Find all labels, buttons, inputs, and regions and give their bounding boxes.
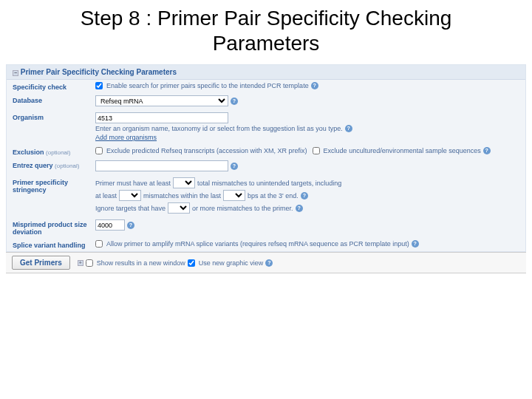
help-icon[interactable]: ? [345, 125, 352, 132]
help-icon[interactable]: ? [265, 259, 273, 267]
label-specificity: Specificity check [13, 82, 95, 91]
help-icon[interactable]: ? [296, 205, 303, 212]
mismatches-select[interactable]: 2 [119, 190, 141, 201]
stringency-text: total mismatches to unintended targets, … [197, 180, 341, 187]
new-window-text: Show results in a new window [97, 259, 185, 267]
exclude-xm-text: Exclude predicted Refseq transcripts (ac… [106, 147, 307, 154]
label-organism: Organism [13, 112, 95, 121]
graphic-view-text: Use new graphic view [199, 259, 264, 267]
help-icon[interactable]: ? [483, 147, 491, 154]
help-icon[interactable]: ? [412, 240, 419, 248]
graphic-view-checkbox[interactable] [188, 259, 195, 267]
label-database: Database [13, 95, 95, 104]
splice-variant-text: Allow primer to amplify mRNA splice vari… [106, 240, 409, 248]
exclude-xm-checkbox[interactable] [95, 147, 103, 154]
splice-variant-checkbox[interactable] [95, 240, 103, 248]
help-icon[interactable]: ? [231, 163, 238, 170]
stringency-text: mismatches within the last [143, 192, 221, 200]
organism-input[interactable] [95, 112, 228, 123]
exclude-env-checkbox[interactable] [313, 147, 320, 154]
total-mismatches-select[interactable]: 2 [173, 177, 195, 188]
bps-select[interactable]: 5 [223, 190, 245, 201]
stringency-text: or more mismatches to the primer. [192, 205, 293, 212]
collapse-icon[interactable]: − [13, 70, 18, 76]
help-icon[interactable]: ? [127, 222, 134, 229]
stringency-text: at least [95, 192, 117, 200]
row-exclusion: Exclusion (optional) Exclude predicted R… [7, 145, 525, 158]
database-select[interactable]: Refseq mRNA [95, 95, 228, 106]
row-organism: Organism Enter an organism name, taxonom… [7, 110, 525, 145]
ignore-mismatches-select[interactable]: 6 [168, 202, 190, 214]
enable-specificity-text: Enable search for primer pairs specific … [106, 82, 309, 89]
new-window-checkbox[interactable] [86, 259, 93, 267]
add-organisms-link[interactable]: Add more organisms [95, 134, 157, 141]
help-icon[interactable]: ? [311, 82, 318, 89]
enable-specificity-checkbox[interactable] [95, 82, 103, 89]
label-splice: Splice variant handling [13, 240, 95, 249]
help-icon[interactable]: ? [231, 98, 238, 105]
stringency-text: Primer must have at least [95, 180, 171, 187]
entrez-query-input[interactable] [95, 160, 228, 171]
misprimed-deviation-input[interactable] [95, 219, 125, 231]
panel-title: Primer Pair Specificity Checking Paramet… [21, 68, 177, 76]
exclude-env-text: Exclude uncultured/environmental sample … [324, 147, 481, 154]
slide-title: Step 8 : Primer Pair Specificity Checkin… [0, 0, 532, 64]
stringency-text: Ignore targets that have [95, 205, 166, 212]
stringency-text: bps at the 3' end. [248, 192, 299, 200]
label-misprimed: Misprimed product size deviation [13, 219, 95, 236]
row-stringency: Primer specificity stringency Primer mus… [7, 175, 525, 217]
row-database: Database Refseq mRNA ? [7, 93, 525, 110]
row-splice: Splice variant handling Allow primer to … [7, 238, 525, 251]
label-entrez: Entrez query (optional) [13, 160, 95, 169]
parameters-panel: − Primer Pair Specificity Checking Param… [6, 64, 526, 252]
footer-bar: Get Primers + Show results in a new wind… [6, 252, 526, 273]
row-entrez: Entrez query (optional) ? [7, 158, 525, 175]
get-primers-button[interactable]: Get Primers [12, 256, 70, 270]
row-specificity: Specificity check Enable search for prim… [7, 80, 525, 93]
help-icon[interactable]: ? [301, 192, 308, 200]
label-stringency: Primer specificity stringency [13, 177, 95, 194]
expand-icon[interactable]: + [78, 260, 83, 266]
organism-hint: Enter an organism name, taxonomy id or s… [95, 125, 343, 132]
row-misprimed: Misprimed product size deviation ? [7, 217, 525, 238]
label-exclusion: Exclusion (optional) [13, 147, 95, 156]
